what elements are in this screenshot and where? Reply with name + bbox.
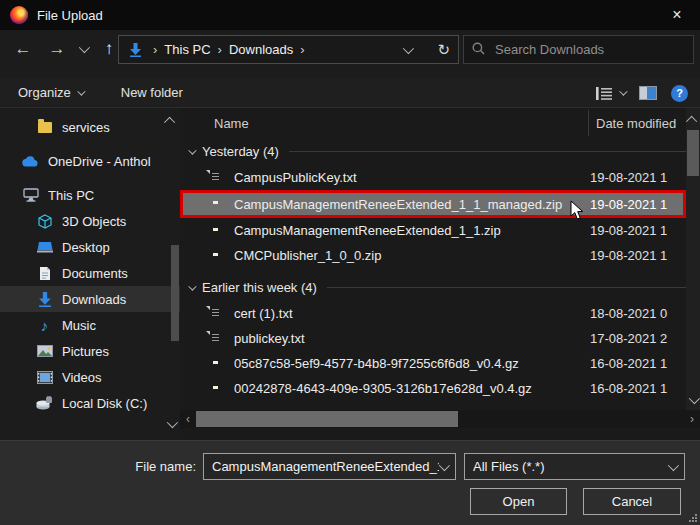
group-header-earlier-this-week[interactable]: Earlier this week (4) xyxy=(180,274,700,301)
file-name-combobox[interactable]: CampusManagementReneeExtended_1 xyxy=(203,453,456,480)
group-divider-line xyxy=(289,151,686,152)
chevron-down-icon xyxy=(79,42,90,53)
help-button[interactable]: ? xyxy=(671,85,688,102)
breadcrumb-separator: › xyxy=(300,42,304,57)
horizontal-scrollbar[interactable]: ‹ › xyxy=(180,410,700,428)
column-divider[interactable] xyxy=(588,110,589,136)
address-bar[interactable]: › This PC › Downloads › ↻ xyxy=(118,35,459,64)
vertical-scrollbar-thumb[interactable] xyxy=(687,130,699,176)
search-box[interactable]: Search Downloads xyxy=(463,35,694,64)
file-date: 17-08-2021 2 xyxy=(590,331,684,346)
chevron-down-icon xyxy=(77,87,85,95)
group-header-yesterday[interactable]: Yesterday (4) xyxy=(180,138,700,165)
new-folder-button[interactable]: New folder xyxy=(121,85,183,100)
back-icon: ← xyxy=(15,39,32,59)
sidebar-scroll-down-icon[interactable] xyxy=(167,417,178,428)
recent-locations-button[interactable] xyxy=(72,36,94,62)
file-row[interactable]: publickey.txt 17-08-2021 2 xyxy=(180,326,700,351)
search-placeholder: Search Downloads xyxy=(495,42,604,57)
music-note-icon: ♪ xyxy=(36,317,53,334)
file-date: 16-08-2021 1 xyxy=(590,356,684,371)
dialog-footer: File name: CampusManagementReneeExtended… xyxy=(0,440,700,525)
onedrive-cloud-icon xyxy=(22,153,39,170)
sidebar-item-label: Desktop xyxy=(62,240,110,255)
file-row[interactable]: CMCPublisher_1_0_0.zip 19-08-2021 1 xyxy=(180,243,700,268)
file-row[interactable]: 05c87c58-5ef9-4577-b4b8-9f7255c6f6d8_v0.… xyxy=(180,351,700,376)
forward-button[interactable]: → xyxy=(42,36,72,62)
preview-pane-button[interactable] xyxy=(639,86,657,100)
open-button[interactable]: Open xyxy=(470,488,567,515)
vertical-scrollbar[interactable] xyxy=(686,108,700,410)
command-bar: Organize New folder ? xyxy=(0,78,700,108)
titlebar: File Upload × xyxy=(0,0,700,30)
chevron-down-icon xyxy=(439,459,450,470)
sidebar-item-desktop[interactable]: Desktop xyxy=(0,234,180,260)
sidebar-item-music[interactable]: ♪ Music xyxy=(0,312,180,338)
breadcrumb-this-pc[interactable]: This PC xyxy=(164,42,210,57)
close-icon: × xyxy=(672,6,681,24)
file-date: 16-08-2021 1 xyxy=(590,381,684,396)
file-row-selected[interactable]: CampusManagementReneeExtended_1_1_manage… xyxy=(180,190,686,218)
sidebar-item-label: OneDrive - Anthol xyxy=(48,154,151,169)
refresh-icon[interactable]: ↻ xyxy=(437,41,450,59)
winrar-zip-icon xyxy=(210,196,226,212)
address-dropdown-icon[interactable] xyxy=(403,42,414,53)
new-folder-label: New folder xyxy=(121,85,183,100)
breadcrumb-downloads[interactable]: Downloads xyxy=(229,42,293,57)
sidebar-item-label: Documents xyxy=(62,266,128,281)
sidebar-item-onedrive[interactable]: OneDrive - Anthol xyxy=(0,148,180,174)
sidebar-item-label: Local Disk (C:) xyxy=(62,396,147,411)
sidebar-item-this-pc[interactable]: This PC xyxy=(0,182,180,208)
mouse-cursor xyxy=(570,200,584,224)
file-date: 18-08-2021 0 xyxy=(590,306,684,321)
text-file-icon xyxy=(210,331,226,347)
folder-icon xyxy=(36,119,53,136)
sidebar-item-3d-objects[interactable]: 3D Objects xyxy=(0,208,180,234)
cancel-button[interactable]: Cancel xyxy=(583,488,681,515)
file-name-value: CampusManagementReneeExtended_1 xyxy=(212,459,439,474)
navigation-pane: services OneDrive - Anthol This PC xyxy=(0,108,180,440)
file-type-combobox[interactable]: All Files (*.*) xyxy=(464,453,685,480)
column-header-name[interactable]: Name xyxy=(180,116,249,131)
sidebar-item-local-disk-c[interactable]: Local Disk (C:) xyxy=(0,390,180,416)
file-row[interactable]: CampusPublicKey.txt 19-08-2021 1 xyxy=(180,165,700,190)
sidebar-scrollbar-thumb[interactable] xyxy=(171,245,179,341)
horizontal-scrollbar-thumb[interactable] xyxy=(196,411,458,427)
breadcrumb-separator: › xyxy=(218,42,222,57)
change-view-button[interactable] xyxy=(596,87,625,100)
sidebar-item-pictures[interactable]: Pictures xyxy=(0,338,180,364)
chevron-down-icon xyxy=(619,87,627,95)
breadcrumb-separator: › xyxy=(153,42,157,57)
sidebar-item-label: 3D Objects xyxy=(62,214,126,229)
sidebar-item-label: This PC xyxy=(48,188,94,203)
sidebar-item-videos[interactable]: Videos xyxy=(0,364,180,390)
picture-icon xyxy=(36,343,53,360)
window-title: File Upload xyxy=(37,8,103,23)
column-header-date-modified[interactable]: Date modified xyxy=(596,116,682,131)
cancel-button-label: Cancel xyxy=(612,494,652,509)
scroll-down-icon[interactable] xyxy=(689,393,700,404)
scroll-up-icon[interactable] xyxy=(686,116,697,127)
sidebar-item-documents[interactable]: Documents xyxy=(0,260,180,286)
sidebar-item-label: services xyxy=(62,120,110,135)
cube-icon xyxy=(36,213,53,230)
disk-drive-icon xyxy=(36,395,53,412)
file-row[interactable]: CampusManagementReneeExtended_1_1.zip 19… xyxy=(180,218,700,243)
back-button[interactable]: ← xyxy=(8,36,38,62)
text-file-icon xyxy=(210,170,226,186)
search-icon xyxy=(472,42,485,58)
sidebar-item-services[interactable]: services xyxy=(0,114,180,140)
resize-grip[interactable] xyxy=(689,514,697,522)
downloads-icon xyxy=(36,291,53,308)
sidebar-item-label: Pictures xyxy=(62,344,109,359)
up-icon: ↑ xyxy=(105,39,114,59)
organize-label: Organize xyxy=(18,85,71,100)
close-button[interactable]: × xyxy=(654,0,700,30)
scroll-right-icon[interactable]: › xyxy=(684,410,700,428)
file-row[interactable]: cert (1).txt 18-08-2021 0 xyxy=(180,301,700,326)
sidebar-item-downloads[interactable]: Downloads xyxy=(0,286,180,312)
organize-button[interactable]: Organize xyxy=(18,85,83,100)
file-date: 19-08-2021 1 xyxy=(590,223,684,238)
file-row[interactable]: 00242878-4643-409e-9305-3126b17e628d_v0.… xyxy=(180,376,700,401)
scroll-left-icon[interactable]: ‹ xyxy=(180,410,196,428)
